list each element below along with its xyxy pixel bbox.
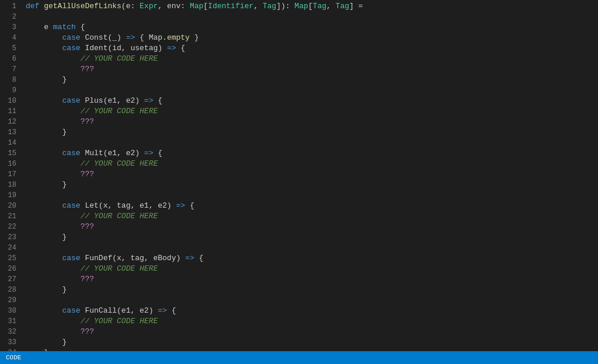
code-line: ??? (26, 274, 598, 285)
code-line: // YOUR CODE HERE (26, 106, 598, 117)
code-line: // YOUR CODE HERE (26, 316, 598, 327)
code-line (26, 138, 598, 148)
code-token (26, 33, 62, 42)
line-number: 13 (5, 127, 16, 138)
code-token: => (167, 44, 176, 52)
code-token: .empty (162, 33, 190, 42)
code-token: } (26, 338, 67, 346)
code-line (26, 243, 598, 253)
code-token: Mult(e1, e2) (81, 149, 144, 158)
code-token (26, 264, 81, 273)
code-token (26, 44, 62, 52)
code-token: Let(x, tag, e1, e2) (81, 201, 176, 210)
code-token: Identifier (208, 2, 253, 10)
line-number: 6 (5, 54, 16, 64)
line-numbers: 1234567891011121314151617181920212223242… (0, 0, 21, 351)
code-token (26, 254, 62, 262)
code-token: } (190, 33, 199, 42)
code-token: getAllUseDefLinks (44, 2, 121, 10)
line-number: 24 (5, 243, 16, 253)
code-line (26, 12, 598, 22)
line-number: 3 (5, 22, 16, 33)
code-line: // YOUR CODE HERE (26, 159, 598, 169)
code-token: => (185, 254, 194, 262)
code-line: case FunDef(x, tag, eBody) => { (26, 253, 598, 264)
code-token (26, 96, 62, 105)
code-token: { (76, 23, 85, 32)
code-token: => (144, 149, 154, 158)
line-number: 32 (5, 327, 16, 337)
code-editor: 1234567891011121314151617181920212223242… (0, 0, 598, 364)
code-token: FunCall(e1, e2) (81, 306, 158, 315)
code-token: } (26, 233, 67, 242)
code-token: case (62, 33, 80, 42)
code-line (26, 190, 598, 201)
code-token (26, 117, 81, 126)
code-token (26, 275, 81, 284)
code-token (26, 201, 62, 210)
code-token: [ (203, 2, 208, 10)
code-line: ??? (26, 222, 598, 232)
code-line: case Const(_) => { Map.empty } (26, 33, 598, 43)
code-line: ??? (26, 64, 598, 75)
code-line: case Mult(e1, e2) => { (26, 148, 598, 159)
line-number: 10 (5, 96, 16, 106)
code-token: } (26, 180, 67, 189)
line-number: 23 (5, 232, 16, 243)
line-number: 33 (5, 337, 16, 348)
line-number: 31 (5, 316, 16, 327)
code-token: Plus(e1, e2) (81, 96, 144, 105)
line-number: 4 (5, 33, 16, 43)
code-line (26, 85, 598, 96)
code-token: { Map (135, 33, 162, 42)
line-number: 22 (5, 222, 16, 232)
code-line: } (26, 127, 598, 138)
code-line (26, 295, 598, 306)
code-token: , env: (158, 2, 190, 10)
code-token (26, 212, 81, 220)
line-number: 29 (5, 295, 16, 306)
code-token: (e: (121, 2, 140, 10)
code-token: case (62, 254, 80, 262)
code-token (26, 170, 81, 178)
code-line: ??? (26, 169, 598, 180)
code-token: { (167, 306, 176, 315)
code-line: } (26, 180, 598, 190)
code-line: // YOUR CODE HERE (26, 54, 598, 64)
code-token: Tag (313, 2, 326, 10)
line-number: 2 (5, 12, 16, 22)
code-token: } (26, 128, 67, 136)
code-token (26, 159, 81, 168)
status-code-label: CODE (6, 354, 21, 361)
code-token: case (62, 149, 80, 158)
line-number: 1 (5, 1, 16, 12)
code-line: ??? (26, 117, 598, 127)
line-number: 14 (5, 138, 16, 148)
code-token: ??? (81, 222, 94, 231)
code-line: def getAllUseDefLinks(e: Expr, env: Map[… (26, 1, 598, 12)
code-token: // YOUR CODE HERE (81, 212, 158, 220)
code-token: // YOUR CODE HERE (81, 159, 158, 168)
code-content[interactable]: def getAllUseDefLinks(e: Expr, env: Map[… (21, 0, 598, 351)
code-token (26, 317, 81, 326)
line-number: 26 (5, 264, 16, 274)
code-line: case Let(x, tag, e1, e2) => { (26, 201, 598, 211)
code-token (26, 107, 81, 116)
code-token: // YOUR CODE HERE (81, 107, 158, 116)
code-line: } (26, 337, 598, 348)
code-token: case (62, 44, 80, 52)
line-number: 9 (5, 85, 16, 96)
code-token: => (144, 96, 154, 105)
line-number: 15 (5, 148, 16, 159)
line-number: 25 (5, 253, 16, 264)
line-number: 20 (5, 201, 16, 211)
code-line: } (26, 232, 598, 243)
code-token: } (26, 75, 67, 84)
line-number: 19 (5, 190, 16, 201)
code-token: Map (190, 2, 203, 10)
code-token (26, 306, 62, 315)
line-number: 27 (5, 274, 16, 285)
code-line: // YOUR CODE HERE (26, 264, 598, 274)
code-token: e (26, 23, 53, 32)
line-number: 18 (5, 180, 16, 190)
